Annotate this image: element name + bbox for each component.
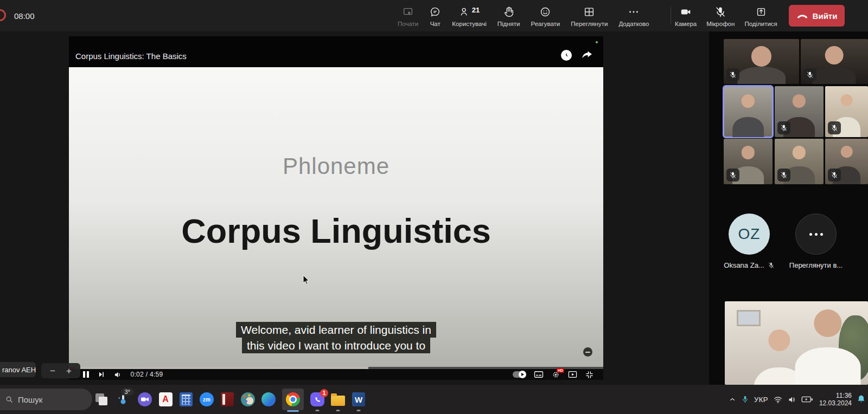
pause-button[interactable]: [83, 371, 89, 378]
system-tray: УКР 11:36: [729, 385, 866, 414]
taskbar-edge-button[interactable]: [261, 392, 276, 406]
participant-avatar-oz[interactable]: OZ: [729, 214, 770, 255]
play-on-tv-button[interactable]: [568, 371, 577, 378]
participants-icon: 21: [459, 6, 480, 19]
zoom-in-button[interactable]: +: [66, 366, 72, 376]
video-brand-text: Phloneme: [69, 153, 603, 179]
notification-bell-icon[interactable]: [857, 394, 866, 404]
taskbar-word-button[interactable]: W: [352, 392, 366, 406]
grid-view-icon: [583, 6, 595, 19]
weather-widget[interactable]: 3°: [115, 391, 131, 407]
view-button[interactable]: Переглянути: [571, 5, 608, 27]
mic-muted-icon: [768, 262, 775, 269]
participant-tile[interactable]: [775, 86, 824, 137]
participant-tile[interactable]: [775, 139, 824, 184]
task-view-button[interactable]: [94, 392, 108, 406]
taskbar-search-input[interactable]: Пошук: [0, 389, 92, 410]
more-options-button[interactable]: Додатково: [618, 5, 649, 27]
presenter-name-pill: ranov AEH: [0, 362, 36, 377]
taskbar-explorer-button[interactable]: [331, 392, 345, 406]
weather-temp: 3°: [121, 388, 133, 396]
video-time-display: 0:02 / 4:59: [131, 371, 163, 378]
taskbar-viber-button[interactable]: 1: [310, 392, 324, 406]
taskbar-calculator-button[interactable]: [179, 392, 193, 406]
video-camera-icon: [141, 397, 149, 402]
participant-tile[interactable]: [825, 139, 868, 184]
hd-quality-badge: HD: [557, 368, 564, 373]
video-captions: Welcome, avid learner of linguistics in …: [69, 322, 603, 353]
mic-muted-icon: [803, 68, 816, 81]
word-icon: W: [352, 392, 365, 406]
chat-button[interactable]: Чат: [429, 5, 441, 27]
start-presenting-button[interactable]: Почати: [398, 5, 418, 27]
share-screen-icon: [755, 6, 767, 19]
more-participants-label: Переглянути в...: [781, 261, 851, 269]
volume-icon[interactable]: [114, 371, 122, 379]
mic-muted-icon: [828, 121, 841, 134]
channel-watermark-icon: [583, 347, 592, 357]
more-participants-button[interactable]: [795, 214, 837, 255]
meeting-timer: 08:00: [14, 11, 35, 21]
settings-button[interactable]: HD: [552, 371, 560, 379]
participant-tile[interactable]: [724, 39, 799, 84]
next-video-button[interactable]: [98, 371, 105, 378]
participant-tile[interactable]: [825, 86, 868, 137]
mic-muted-icon: [828, 169, 841, 182]
watch-later-icon[interactable]: [561, 50, 572, 61]
video-content[interactable]: Phloneme Corpus Linguistics Welcome, avi…: [69, 67, 603, 367]
camera-button[interactable]: Камера: [675, 5, 697, 27]
video-titlebar: Corpus Linguistics: The Basics: [69, 36, 603, 67]
microphone-button[interactable]: Мікрофон: [706, 5, 735, 27]
participants-sidebar: OZ Oksana Za... Переглянути в...: [709, 31, 868, 385]
battery-icon[interactable]: [801, 396, 813, 403]
captions-button[interactable]: [534, 371, 544, 378]
participant-video: [738, 46, 784, 84]
teams-meeting-window: 08:00 Почати Чат: [0, 0, 868, 414]
participant-name: Oksana Za...: [724, 261, 764, 269]
participant-tile-active-speaker[interactable]: [724, 86, 773, 137]
leave-meeting-button[interactable]: Вийти: [789, 5, 845, 27]
raise-hand-button[interactable]: Підняти: [497, 5, 520, 27]
video-controls-bar: 0:02 / 4:59 HD: [69, 369, 603, 380]
tray-expand-icon[interactable]: [729, 396, 736, 403]
speaker-icon[interactable]: [788, 396, 796, 404]
autoplay-toggle[interactable]: [513, 371, 526, 378]
tray-mic-icon[interactable]: [741, 395, 749, 404]
mic-muted-icon: [777, 121, 790, 134]
caption-line-2: this video I want to introduce you to: [242, 338, 430, 353]
taskbar-zoom-button[interactable]: zm: [200, 392, 214, 406]
share-screen-button[interactable]: Поділитися: [744, 5, 777, 27]
participant-name-row: Oksana Za...: [714, 261, 784, 269]
participants-count-badge: 21: [472, 6, 480, 14]
hang-up-icon: [796, 12, 808, 20]
mic-muted-icon: [714, 6, 726, 19]
taskbar-acrobat-button[interactable]: A: [158, 392, 173, 406]
video-heading: Corpus Linguistics: [69, 211, 603, 250]
taskbar-journal-button[interactable]: [220, 392, 234, 406]
zoom-out-button[interactable]: −: [50, 366, 55, 376]
tray-clock[interactable]: 11:36 12.03.2024: [818, 392, 852, 407]
share-video-icon[interactable]: [580, 50, 593, 61]
wifi-icon[interactable]: [773, 396, 783, 404]
participant-tile[interactable]: [801, 39, 868, 84]
language-indicator[interactable]: УКР: [754, 396, 768, 404]
exit-fullscreen-button[interactable]: [585, 371, 593, 379]
taskbar-paint-button[interactable]: [241, 392, 255, 406]
react-button[interactable]: Реагувати: [531, 5, 560, 27]
youtube-player[interactable]: Corpus Linguistics: The Basics: [69, 36, 603, 380]
meeting-toolbar: 08:00 Почати Чат: [0, 0, 868, 31]
windows-taskbar: Пошук 3° A: [0, 385, 868, 414]
tray-date: 12.03.2024: [818, 399, 852, 407]
mic-muted-icon: [726, 68, 739, 81]
present-screen-icon: [402, 6, 414, 19]
participant-tile[interactable]: [725, 301, 868, 385]
smiley-icon: [539, 6, 551, 19]
mouse-cursor: [303, 275, 310, 285]
video-title[interactable]: Corpus Linguistics: The Basics: [75, 51, 561, 61]
participant-tile[interactable]: [724, 139, 773, 184]
taskbar-chrome-button[interactable]: [282, 389, 304, 410]
participants-button[interactable]: 21 Користувачі: [452, 5, 486, 27]
search-icon: [5, 396, 13, 403]
search-placeholder: Пошук: [18, 395, 42, 404]
taskbar-video-app-button[interactable]: [138, 392, 152, 406]
